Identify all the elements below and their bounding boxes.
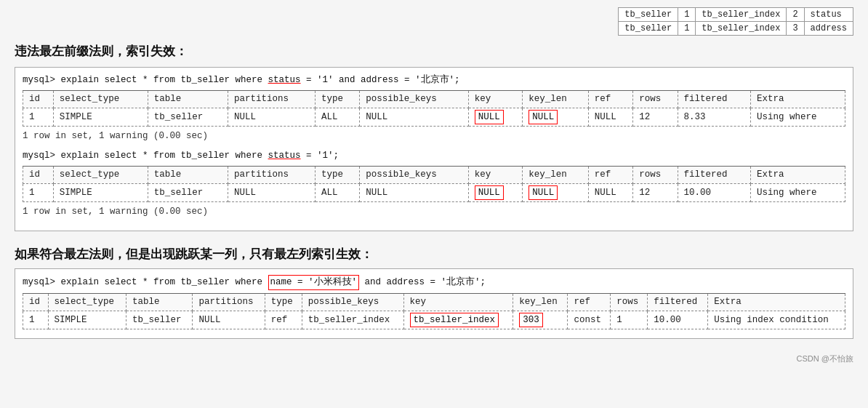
table-cell: NULL <box>523 183 589 202</box>
key-highlight: 303 <box>519 313 543 328</box>
table-header-cell: type <box>315 90 359 108</box>
table-cell: Using where <box>751 108 845 127</box>
null-highlight: NULL <box>529 110 558 125</box>
watermark: CSDN @不怡旅 <box>15 353 853 364</box>
null-highlight: NULL <box>529 185 558 201</box>
top-table-cell: address <box>804 22 853 36</box>
table-header-cell: filtered <box>648 293 708 311</box>
table-header-cell: table <box>126 293 193 311</box>
table-header-cell: key_len <box>513 293 568 311</box>
query1-status-underline: status <box>268 75 301 85</box>
table-header-cell: key_len <box>523 166 589 183</box>
table-cell: NULL <box>360 108 468 127</box>
table-cell: const <box>568 311 611 329</box>
table-cell: 1 <box>23 311 49 329</box>
table-cell: 303 <box>513 311 568 329</box>
table-cell: Using where <box>751 183 845 202</box>
table-row: 1SIMPLEtb_sellerNULLALLNULLNULLNULLNULL1… <box>23 183 845 202</box>
table-cell: 10.00 <box>678 183 751 202</box>
table-cell: tb_seller <box>148 108 228 127</box>
top-table-cell: tb_seller <box>619 22 678 36</box>
query2-sql: mysql> explain select * from tb_seller w… <box>23 149 845 163</box>
table-cell: NULL <box>523 108 589 127</box>
table-cell: NULL <box>468 183 522 202</box>
top-table-cell: 3 <box>787 22 804 36</box>
table-cell: SIMPLE <box>48 311 126 329</box>
table-header-cell: partitions <box>193 293 265 311</box>
top-table-cell: 1 <box>678 22 696 36</box>
table-cell: NULL <box>588 183 632 202</box>
top-table-cell: 2 <box>787 8 804 22</box>
table-header-cell: rows <box>633 90 678 108</box>
table-header-cell: possible_keys <box>360 90 468 108</box>
table-header-cell: id <box>23 90 54 108</box>
table-header-cell: table <box>148 166 228 183</box>
top-table-cell: tb_seller <box>619 8 678 22</box>
table-header-cell: ref <box>588 166 632 183</box>
section2-heading: 如果符合最左法则，但是出现跳跃某一列，只有最左列索引生效： <box>15 246 853 263</box>
table-cell: 8.33 <box>678 108 751 127</box>
table-header-cell: rows <box>633 166 678 183</box>
table-header-cell: partitions <box>228 90 315 108</box>
query2-result-table: idselect_typetablepartitionstypepossible… <box>23 166 845 203</box>
table-cell: NULL <box>588 108 632 127</box>
null-highlight: NULL <box>475 110 504 125</box>
table-header-cell: filtered <box>678 166 751 183</box>
query1-row-info: 1 row in set, 1 warning (0.00 sec) <box>23 129 845 143</box>
table-header-cell: rows <box>611 293 648 311</box>
table-cell: NULL <box>193 311 265 329</box>
top-index-table: tb_seller1tb_seller_index2statustb_selle… <box>618 7 853 36</box>
table-cell: NULL <box>228 108 315 127</box>
table-header-cell: possible_keys <box>360 166 468 183</box>
table-row: 1SIMPLEtb_sellerNULLALLNULLNULLNULLNULL1… <box>23 108 845 127</box>
table-cell: tb_seller <box>126 311 193 329</box>
table-header-cell: id <box>23 293 49 311</box>
table-cell: ALL <box>315 108 359 127</box>
query2-status-underline: status <box>268 151 301 161</box>
table-header-cell: Extra <box>751 90 845 108</box>
null-highlight: NULL <box>475 185 504 201</box>
table-header-cell: select_type <box>53 166 148 183</box>
table-header-cell: id <box>23 166 54 183</box>
table-header-cell: possible_keys <box>302 293 403 311</box>
table-header-cell: key <box>468 90 522 108</box>
table-cell: SIMPLE <box>53 108 148 127</box>
terminal-box-1: mysql> explain select * from tb_seller w… <box>15 67 853 231</box>
table-cell: NULL <box>468 108 522 127</box>
table-cell: Using index condition <box>708 311 845 329</box>
table-cell: SIMPLE <box>53 183 148 202</box>
table-cell: tb_seller_index <box>403 311 513 329</box>
query3-result-table: idselect_typetablepartitionstypepossible… <box>23 293 845 330</box>
query1-result-table: idselect_typetablepartitionstypepossible… <box>23 90 845 127</box>
table-cell: 1 <box>23 108 54 127</box>
table-header-cell: select_type <box>53 90 148 108</box>
table-cell: 1 <box>23 183 54 202</box>
query3-name-highlight: name = '小米科技' <box>268 275 360 290</box>
table-cell: NULL <box>228 183 315 202</box>
table-cell: 1 <box>611 311 648 329</box>
key-highlight: tb_seller_index <box>410 313 499 328</box>
table-header-cell: ref <box>588 90 632 108</box>
query1-sql: mysql> explain select * from tb_seller w… <box>23 73 845 87</box>
table-header-cell: ref <box>568 293 611 311</box>
table-header-cell: key <box>468 166 522 183</box>
table-header-cell: key <box>403 293 513 311</box>
table-cell: NULL <box>360 183 468 202</box>
table-header-cell: Extra <box>751 166 845 183</box>
table-header-cell: select_type <box>48 293 126 311</box>
table-cell: 12 <box>633 108 678 127</box>
table-header-cell: type <box>315 166 359 183</box>
terminal-box-2: mysql> explain select * from tb_seller w… <box>15 268 853 339</box>
table-header-cell: table <box>148 90 228 108</box>
table-cell: 10.00 <box>648 311 708 329</box>
query2-row-info: 1 row in set, 1 warning (0.00 sec) <box>23 205 845 219</box>
table-header-cell: partitions <box>228 166 315 183</box>
top-table-cell: status <box>804 8 853 22</box>
section1-heading: 违法最左前缀法则，索引失效： <box>15 43 853 60</box>
table-cell: ALL <box>315 183 359 202</box>
table-cell: ref <box>265 311 302 329</box>
query3-sql: mysql> explain select * from tb_seller w… <box>23 275 845 290</box>
top-table-cell: 1 <box>678 8 696 22</box>
table-header-cell: filtered <box>678 90 751 108</box>
table-cell: tb_seller <box>148 183 228 202</box>
